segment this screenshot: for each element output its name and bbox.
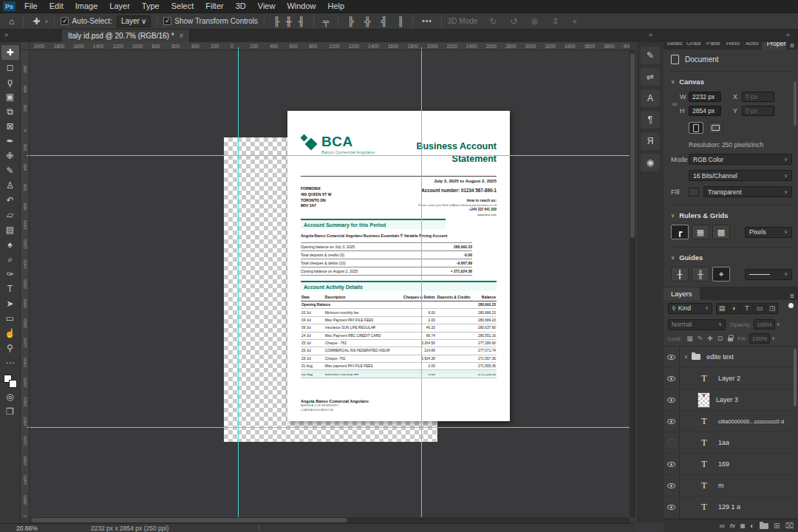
paragraph-panel-icon[interactable]: ¶ [641, 111, 660, 129]
menu-item[interactable]: View [252, 0, 282, 13]
3d-drag-icon[interactable]: ⊕ [528, 16, 541, 27]
chevron-down-icon[interactable]: ∨ [44, 18, 48, 24]
guide-style-select[interactable]: ∨ [745, 269, 792, 280]
height-field[interactable]: 2854 px [689, 106, 721, 116]
canvas-vertical-scrollbar[interactable] [630, 50, 635, 517]
link-layers-icon[interactable]: ∞ [720, 522, 725, 530]
portrait-orientation-button[interactable] [689, 122, 703, 134]
layer-row[interactable]: T 129 1 a [664, 497, 798, 518]
menu-item[interactable]: Image [69, 0, 104, 13]
canvas-horizontal-scrollbar[interactable] [30, 517, 630, 523]
lock-artboard-icon[interactable]: ⊡ [717, 335, 723, 342]
layer-name[interactable]: 129 1 a [718, 503, 740, 511]
screen-mode-icon[interactable]: ❐ [1, 404, 19, 419]
kind-filter-select[interactable]: ⚲ Kind ∨ [668, 303, 712, 314]
align-right-icon[interactable]: ╢ [295, 16, 307, 27]
adjustment-layer-icon[interactable]: ◐ [750, 522, 754, 530]
zoom-level[interactable]: 20.66% [16, 525, 38, 532]
toolbar-collapse-icon[interactable]: » [4, 31, 7, 38]
home-icon[interactable]: ⌂ [6, 16, 17, 27]
filter-type-layers-icon[interactable]: T [741, 303, 753, 314]
visibility-toggle[interactable] [664, 497, 680, 517]
menu-item[interactable]: Help [322, 0, 351, 13]
eraser-tool[interactable]: ▱ [1, 208, 19, 222]
layer-row[interactable]: T m [664, 475, 798, 497]
3d-rotate-icon[interactable]: ↻ [486, 16, 499, 27]
color-mode-select[interactable]: RGB Color ∨ [689, 154, 792, 165]
rulers-grids-section-header[interactable]: ∨ Rulers & Grids [671, 211, 792, 219]
chevron-down-icon[interactable]: ∨ [684, 354, 688, 360]
move-tool-icon[interactable]: ✚ [30, 16, 43, 27]
visibility-toggle[interactable] [664, 411, 680, 432]
layer-group-row[interactable]: ∨ edite text [664, 347, 798, 368]
3d-roll-icon[interactable]: ↺ [507, 16, 520, 27]
width-field[interactable]: 2232 px [689, 92, 721, 102]
show-transform-checkbox[interactable]: ✓ [163, 17, 171, 25]
status-arrow-icon[interactable]: 〉 [257, 524, 263, 532]
brushes-panel-icon[interactable]: ⇌ [641, 68, 660, 86]
filter-pixel-layers-icon[interactable]: ▤ [716, 303, 728, 314]
path-selection-tool[interactable]: ➤ [1, 296, 19, 311]
delete-layer-icon[interactable]: ⌧ [785, 522, 794, 530]
fill-swatch[interactable] [689, 188, 699, 197]
layers-menu-icon[interactable]: ≡ [786, 292, 798, 300]
healing-brush-tool[interactable]: ✙ [1, 149, 19, 163]
visibility-toggle[interactable] [664, 368, 680, 389]
background-color-swatch[interactable] [9, 380, 17, 388]
distribute-left-icon[interactable]: ╠ [344, 16, 357, 27]
new-group-icon[interactable] [760, 523, 768, 529]
layer-row[interactable]: T Layer 2 [664, 368, 798, 389]
auto-select-dropdown[interactable]: Layer ∨ [117, 16, 151, 27]
menu-item[interactable]: Type [136, 0, 166, 13]
fill-field[interactable]: 100% [749, 333, 770, 344]
gradient-tool[interactable]: ▤ [1, 222, 19, 237]
clone-stamp-tool[interactable]: ♙ [1, 178, 19, 193]
properties-scrollbar-thumb[interactable] [794, 81, 797, 126]
3d-slide-icon[interactable]: ⇕ [549, 16, 562, 27]
glyphs-panel-icon[interactable]: Я [641, 132, 660, 150]
panel-menu-icon[interactable]: ≡ [786, 41, 798, 50]
visibility-toggle[interactable] [664, 454, 680, 474]
grid-toggle-icon[interactable]: ▦ [692, 225, 709, 239]
filter-smart-objects-icon[interactable]: ◳ [766, 303, 778, 314]
lock-paint-icon[interactable]: ✎ [698, 335, 703, 342]
color-swatches[interactable] [4, 375, 17, 388]
object-selection-tool[interactable]: ▣ [1, 89, 19, 104]
layer-row[interactable]: T cilta0000000...cccccccc0 d [664, 411, 798, 432]
lock-guides-icon[interactable]: ╫ [692, 267, 709, 282]
layer-name[interactable]: cilta0000000...cccccccc0 d [718, 418, 784, 425]
rectangle-tool[interactable]: ▭ [1, 311, 19, 326]
panel-collapse-icon[interactable]: » [786, 31, 789, 38]
more-options-icon[interactable]: ••• [419, 17, 435, 25]
align-left-icon[interactable]: ╟ [270, 16, 283, 27]
scrollbar-thumb[interactable] [31, 518, 347, 522]
vertical-ruler[interactable]: 6004002000200400600800100012001400160018… [21, 50, 30, 517]
distribute-vertical-icon[interactable]: ║ [395, 16, 407, 27]
scrollbar-thumb[interactable] [630, 53, 635, 238]
opacity-field[interactable]: 100% [754, 319, 774, 330]
eyedropper-tool[interactable]: ✒ [1, 134, 19, 149]
layers-scrollbar-thumb[interactable] [794, 349, 797, 406]
canvas-area[interactable]: BCA Banco Comercial Angolano Business Ac… [30, 50, 630, 517]
layer-name[interactable]: 1aa [718, 439, 729, 446]
bit-depth-select[interactable]: 16 Bits/Channel ∨ [689, 170, 792, 181]
link-dimensions-icon[interactable]: ∞ [671, 100, 678, 108]
visibility-toggle[interactable] [664, 347, 680, 367]
auto-select-checkbox[interactable]: ✓ [61, 17, 69, 25]
visibility-toggle[interactable] [664, 432, 680, 453]
align-top-icon[interactable]: ╤ [320, 16, 332, 27]
zoom-tool[interactable]: ⚲ [1, 341, 19, 355]
blend-mode-select[interactable]: Normal ∨ [668, 319, 726, 330]
layer-row[interactable]: Layer 3 [664, 389, 798, 411]
layer-row[interactable]: T 169 [664, 454, 798, 475]
new-layer-icon[interactable]: ⊞ [774, 522, 780, 530]
lock-move-icon[interactable]: ✚ [707, 335, 713, 342]
dodge-tool[interactable]: ⌕ [1, 252, 19, 267]
brush-settings-panel-icon[interactable]: ✎ [641, 47, 660, 64]
crop-tool[interactable]: ⧉ [1, 104, 19, 119]
menu-item[interactable]: Edit [44, 0, 69, 13]
lasso-tool[interactable]: ϙ [1, 75, 19, 89]
hand-tool[interactable]: ☝ [1, 326, 19, 341]
distribute-center-icon[interactable]: ╬ [361, 16, 374, 27]
distribute-right-icon[interactable]: ╣ [378, 16, 390, 27]
